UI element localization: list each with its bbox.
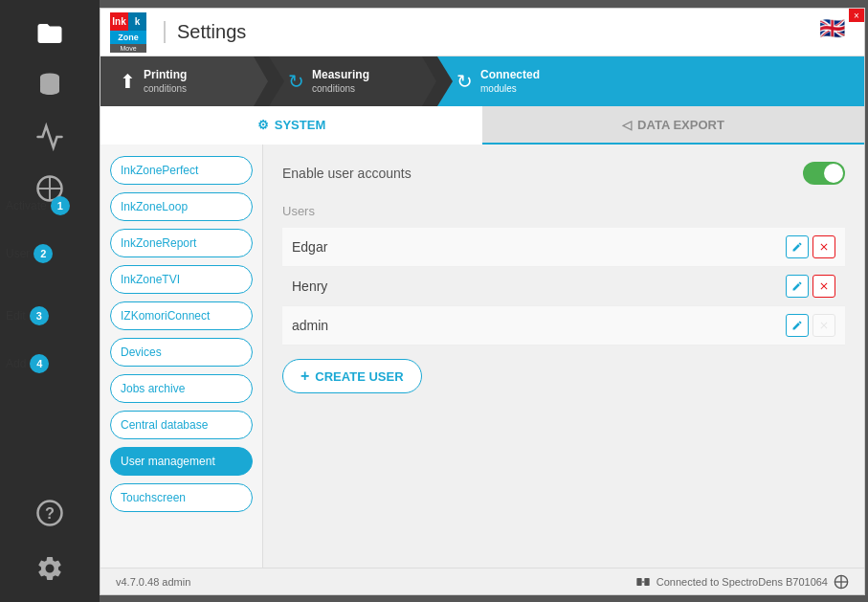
close-button[interactable]: × [849, 9, 864, 22]
enable-label: Enable user accounts [282, 166, 803, 181]
svg-text:?: ? [45, 504, 55, 522]
user-name-edgar: Edgar [292, 239, 786, 255]
tab-bar: ⚙ SYSTEM ◁ DATA EXPORT [100, 106, 864, 145]
tab-system-icon: ⚙ [257, 118, 269, 132]
user-actions-henry [786, 275, 835, 298]
tab-data-export[interactable]: ◁ DATA EXPORT [482, 106, 864, 143]
left-sidebar: ? [0, 0, 100, 602]
logo-ink: Ink [110, 12, 128, 31]
enable-user-accounts-row: Enable user accounts [282, 162, 845, 185]
sidebar-icon-help[interactable]: ? [21, 489, 78, 537]
logo-move: Move [110, 44, 146, 53]
annotation-user: User 2 [6, 244, 53, 263]
sidebar-icon-database[interactable] [21, 61, 78, 109]
breadcrumb-measuring[interactable]: ↻ Measuring conditions [269, 56, 422, 106]
sidebar-icon-folder[interactable] [21, 10, 78, 57]
create-user-plus-icon: + [300, 368, 309, 385]
menu-inkzoneloop[interactable]: InkZoneLoop [110, 192, 253, 221]
enable-toggle[interactable] [803, 162, 845, 185]
users-list: Edgar Henry [282, 228, 845, 346]
edit-edgar-button[interactable] [786, 235, 809, 258]
menu-touchscreen[interactable]: Touchscreen [110, 483, 253, 512]
delete-henry-button[interactable] [812, 275, 835, 298]
user-row-admin: admin [282, 306, 845, 346]
flag-uk: 🇬🇧 [819, 16, 845, 41]
logo-zone: Zone [110, 31, 146, 44]
breadcrumb-connected-sublabel: modules [480, 82, 540, 95]
delete-edgar-button[interactable] [812, 235, 835, 258]
tab-system[interactable]: ⚙ SYSTEM [100, 106, 482, 145]
menu-inkzonetvi[interactable]: InkZoneTVI [110, 265, 253, 294]
breadcrumb-bar: ⬆ Printing conditions ↻ Measuring condit… [100, 56, 864, 106]
breadcrumb-printing-sublabel: conditions [144, 82, 187, 95]
content-area: InkZonePerfect InkZoneLoop InkZoneReport… [100, 145, 864, 594]
breadcrumb-measuring-sublabel: conditions [312, 82, 369, 95]
annotation-activate: Activate 1 [6, 196, 70, 215]
window-title: Settings [164, 21, 246, 43]
logo-k: k [128, 12, 146, 31]
left-menu: InkZonePerfect InkZoneLoop InkZoneReport… [100, 145, 263, 594]
menu-central-database[interactable]: Central database [110, 411, 253, 439]
annotation-add: Add 4 [6, 354, 49, 373]
user-name-henry: Henry [292, 279, 786, 294]
breadcrumb-measuring-label: Measuring [312, 68, 369, 83]
title-bar: Ink k Zone Move Settings 🇬🇧 × [100, 9, 864, 56]
edit-admin-button[interactable] [786, 314, 809, 337]
toggle-knob [824, 164, 843, 183]
delete-admin-button [812, 314, 835, 337]
connection-icon [635, 574, 651, 590]
annotation-add-bubble: 4 [30, 354, 49, 373]
compass-icon [834, 574, 849, 590]
connection-status: Connected to SpectroDens B701064 [635, 574, 849, 590]
main-window: Ink k Zone Move Settings 🇬🇧 × ⬆ Printing… [100, 8, 865, 595]
annotation-add-label: Add [6, 357, 26, 370]
user-name-admin: admin [292, 318, 786, 333]
annotation-user-label: User [6, 247, 30, 260]
connection-label: Connected to SpectroDens B701064 [657, 576, 828, 588]
right-content: Enable user accounts Users Edgar [263, 145, 864, 594]
status-bar: v4.7.0.48 admin Connected to SpectroDens… [100, 568, 864, 594]
users-section-title: Users [282, 204, 845, 218]
annotation-edit: Edit 3 [6, 306, 49, 325]
user-actions-edgar [786, 235, 835, 258]
annotation-edit-label: Edit [6, 309, 26, 323]
annotation-activate-label: Activate [6, 199, 47, 212]
annotation-activate-bubble: 1 [51, 196, 70, 215]
user-actions-admin [786, 314, 835, 337]
tab-data-export-icon: ◁ [622, 118, 632, 132]
menu-devices[interactable]: Devices [110, 338, 253, 367]
annotation-edit-bubble: 3 [30, 306, 49, 325]
annotation-user-bubble: 2 [33, 244, 53, 263]
version-label: v4.7.0.48 admin [116, 576, 190, 588]
menu-inkzonereport[interactable]: InkZoneReport [110, 229, 253, 257]
breadcrumb-printing-label: Printing [144, 68, 187, 83]
menu-user-management[interactable]: User management [110, 447, 253, 476]
create-user-label: CREATE USER [315, 369, 403, 384]
sidebar-icon-settings[interactable] [21, 545, 78, 592]
tab-system-label: SYSTEM [275, 118, 325, 132]
breadcrumb-printing[interactable]: ⬆ Printing conditions [100, 56, 254, 106]
menu-jobs-archive[interactable]: Jobs archive [110, 374, 253, 403]
breadcrumb-connected[interactable]: ↻ Connected modules [437, 56, 864, 106]
menu-izkomoriconnect[interactable]: IZKomoriConnect [110, 301, 253, 330]
svg-rect-7 [644, 578, 649, 586]
edit-henry-button[interactable] [786, 275, 809, 298]
user-row-henry: Henry [282, 267, 845, 306]
tab-data-export-label: DATA EXPORT [637, 118, 724, 132]
sidebar-icon-chart[interactable] [21, 113, 78, 161]
breadcrumb-connected-label: Connected [480, 68, 540, 83]
create-user-button[interactable]: + CREATE USER [282, 359, 422, 393]
user-row-edgar: Edgar [282, 228, 845, 267]
svg-rect-6 [636, 578, 641, 586]
menu-inkzoneperfect[interactable]: InkZonePerfect [110, 156, 253, 185]
